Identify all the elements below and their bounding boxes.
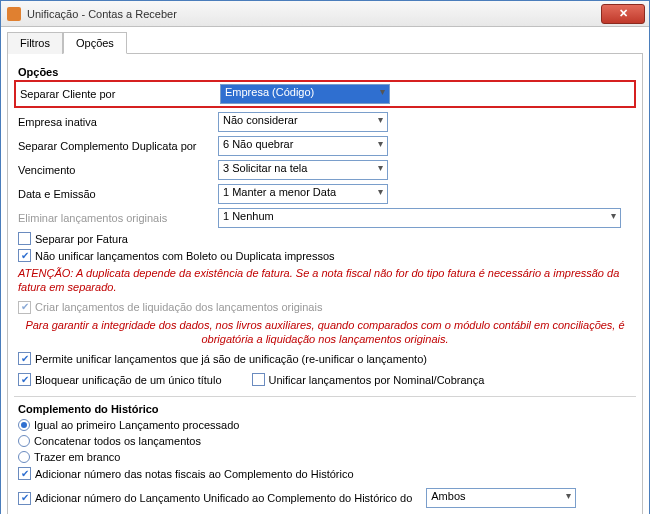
select-data-emissao[interactable]: 1 Manter a menor Data bbox=[218, 184, 388, 204]
checkbox-unificar-nominal[interactable] bbox=[252, 373, 265, 386]
checkbox-adicionar-nf[interactable] bbox=[18, 467, 31, 480]
label-separar-complemento: Separar Complemento Duplicata por bbox=[18, 140, 218, 152]
select-separar-complemento[interactable]: 6 Não quebrar bbox=[218, 136, 388, 156]
label-permite-reunificar: Permite unificar lançamentos que já são … bbox=[35, 353, 427, 365]
label-adicionar-nf: Adicionar número das notas fiscais ao Co… bbox=[35, 468, 354, 480]
checkbox-separar-fatura[interactable] bbox=[18, 232, 31, 245]
label-igual-primeiro: Igual ao primeiro Lançamento processado bbox=[34, 419, 239, 431]
radio-concatenar[interactable] bbox=[18, 435, 30, 447]
close-button[interactable]: ✕ bbox=[601, 4, 645, 24]
label-adicionar-unificado: Adicionar número do Lançamento Unificado… bbox=[35, 492, 412, 504]
highlight-separar-cliente: Separar Cliente por Empresa (Código) bbox=[14, 80, 636, 108]
warning-integridade: Para garantir a integridade dos dados, n… bbox=[18, 318, 632, 347]
label-data-emissao: Data e Emissão bbox=[18, 188, 218, 200]
select-empresa-inativa[interactable]: Não considerar bbox=[218, 112, 388, 132]
label-unificar-nominal: Unificar lançamentos por Nominal/Cobranç… bbox=[269, 374, 485, 386]
select-separar-cliente[interactable]: Empresa (Código) bbox=[220, 84, 390, 104]
select-vencimento[interactable]: 3 Solicitar na tela bbox=[218, 160, 388, 180]
radio-trazer-branco[interactable] bbox=[18, 451, 30, 463]
checkbox-adicionar-unificado[interactable] bbox=[18, 492, 31, 505]
warning-atencao: ATENÇÃO: A duplicata depende da existênc… bbox=[18, 266, 632, 295]
label-criar-liquidacao: Criar lançamentos de liquidação dos lanç… bbox=[35, 301, 322, 313]
label-empresa-inativa: Empresa inativa bbox=[18, 116, 218, 128]
radio-igual-primeiro[interactable] bbox=[18, 419, 30, 431]
label-separar-fatura: Separar por Fatura bbox=[35, 233, 128, 245]
checkbox-bloquear-unico[interactable] bbox=[18, 373, 31, 386]
client-area: Filtros Opções Opções Separar Cliente po… bbox=[1, 27, 649, 514]
tab-opcoes[interactable]: Opções bbox=[63, 32, 127, 54]
label-separar-cliente: Separar Cliente por bbox=[20, 88, 220, 100]
checkbox-permite-reunificar[interactable] bbox=[18, 352, 31, 365]
label-eliminar: Eliminar lançamentos originais bbox=[18, 212, 218, 224]
label-nao-unificar-boleto: Não unificar lançamentos com Boleto ou D… bbox=[35, 250, 335, 262]
label-bloquear-unico: Bloquear unificação de um único título bbox=[35, 374, 222, 386]
checkbox-nao-unificar-boleto[interactable] bbox=[18, 249, 31, 262]
checkbox-criar-liquidacao bbox=[18, 301, 31, 314]
tab-strip: Filtros Opções bbox=[7, 31, 643, 53]
dialog-window: Unificação - Contas a Receber ✕ Filtros … bbox=[0, 0, 650, 514]
app-icon bbox=[7, 7, 21, 21]
options-panel: Opções Separar Cliente por Empresa (Códi… bbox=[7, 53, 643, 514]
label-concatenar: Concatenar todos os lançamentos bbox=[34, 435, 201, 447]
select-eliminar[interactable]: 1 Nenhum bbox=[218, 208, 621, 228]
label-trazer-branco: Trazer em branco bbox=[34, 451, 120, 463]
label-vencimento: Vencimento bbox=[18, 164, 218, 176]
group-complemento-title: Complemento do Histórico bbox=[18, 403, 632, 415]
window-title: Unificação - Contas a Receber bbox=[27, 8, 177, 20]
group-opcoes-title: Opções bbox=[18, 66, 632, 78]
titlebar: Unificação - Contas a Receber ✕ bbox=[1, 1, 649, 27]
select-ambos[interactable]: Ambos bbox=[426, 488, 576, 508]
tab-filtros[interactable]: Filtros bbox=[7, 32, 63, 54]
